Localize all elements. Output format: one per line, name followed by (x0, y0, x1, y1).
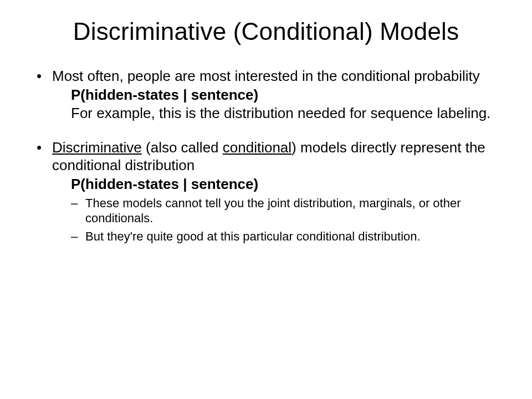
formula-text: P(hidden-states | sentence) (52, 86, 499, 104)
bullet-text: Discriminative (also called conditional)… (52, 139, 499, 174)
slide: Discriminative (Conditional) Models Most… (0, 0, 532, 399)
formula-text: P(hidden-states | sentence) (52, 176, 499, 193)
bullet-text-part: (also called (142, 139, 223, 156)
bullet-item: Discriminative (also called conditional)… (33, 139, 499, 244)
sub-bullet-item: But they're quite good at this particula… (71, 229, 499, 244)
sub-bullet-list: These models cannot tell you the joint d… (52, 196, 499, 244)
slide-body: Most often, people are most interested i… (33, 68, 499, 244)
underline-term: Discriminative (52, 139, 142, 156)
underline-term: conditional (223, 139, 291, 156)
slide-title: Discriminative (Conditional) Models (33, 18, 499, 45)
sub-bullet-item: These models cannot tell you the joint d… (71, 196, 499, 226)
bullet-text: Most often, people are most interested i… (52, 68, 499, 85)
bullet-followup: For example, this is the distribution ne… (52, 105, 499, 122)
bullet-list: Most often, people are most interested i… (33, 68, 499, 244)
bullet-item: Most often, people are most interested i… (33, 68, 499, 122)
